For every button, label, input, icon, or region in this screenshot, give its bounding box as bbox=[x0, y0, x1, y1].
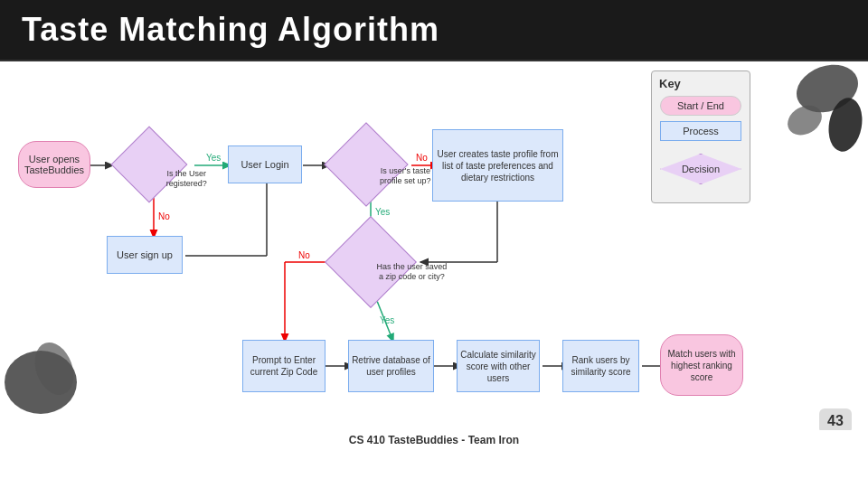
node-user-login: User Login bbox=[228, 145, 302, 183]
svg-line-15 bbox=[375, 296, 393, 342]
node-prompt-zip: Prompt to Enter current Zip Code bbox=[242, 340, 326, 392]
svg-text:No: No bbox=[416, 153, 428, 163]
header-title: Taste Matching Algorithm bbox=[22, 11, 439, 48]
key-decision-label: Decision bbox=[660, 154, 741, 184]
key-decision-item: Decision bbox=[659, 146, 742, 192]
deco-food-top-right bbox=[760, 61, 863, 161]
node-has-zip: Has the user saved a zip code or city? bbox=[321, 222, 420, 302]
flowchart-area: Yes No No Yes No Yes bbox=[0, 61, 760, 423]
node-calc-similarity: Calculate similarity score with other us… bbox=[457, 340, 540, 392]
svg-text:Yes: Yes bbox=[380, 315, 394, 325]
svg-text:No: No bbox=[158, 211, 170, 221]
footer: CS 410 TasteBuddies - Team Iron bbox=[0, 430, 868, 450]
svg-text:No: No bbox=[298, 250, 310, 260]
page-header: Taste Matching Algorithm bbox=[0, 0, 868, 60]
node-rank-users: Rank users by similarity score bbox=[562, 340, 639, 392]
key-process-item: Process bbox=[659, 121, 742, 141]
node-user-opens: User opens TasteBuddies bbox=[18, 141, 90, 188]
node-taste-profile: Is user's taste profile set up? bbox=[321, 127, 411, 202]
key-start-item: Start / End bbox=[659, 96, 742, 116]
deco-food-bottom-left bbox=[0, 333, 90, 423]
key-start-label: Start / End bbox=[660, 96, 741, 116]
node-match-users: Match users with highest ranking score bbox=[660, 334, 743, 396]
main-content: Key Start / End Process Decision Yes No … bbox=[0, 61, 868, 450]
node-retrieve-db: Retrive database of user profiles bbox=[348, 340, 434, 392]
node-user-creates-taste: User creates taste profile from list of … bbox=[432, 129, 563, 202]
svg-text:Yes: Yes bbox=[375, 207, 390, 217]
key-title: Key bbox=[659, 77, 742, 90]
footer-text: CS 410 TasteBuddies - Team Iron bbox=[349, 434, 519, 446]
node-is-registered: Is the User registered? bbox=[108, 132, 190, 197]
svg-text:Yes: Yes bbox=[206, 153, 221, 163]
key-box: Key Start / End Process Decision bbox=[651, 70, 750, 203]
node-user-signup: User sign up bbox=[107, 236, 183, 274]
key-process-label: Process bbox=[660, 121, 741, 141]
